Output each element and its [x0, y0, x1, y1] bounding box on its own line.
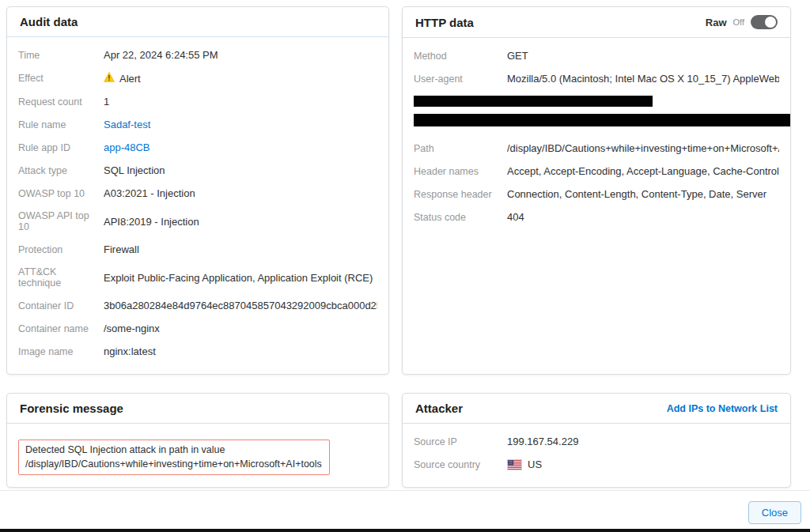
rule-app-id-link[interactable]: app-48CB	[104, 141, 150, 153]
field-label: User-agent	[414, 74, 507, 85]
field-label: ATT&CK technique	[18, 266, 104, 289]
field-row-image-name: Image name nginx:latest	[18, 340, 377, 363]
forensic-message-header: Forensic message	[7, 394, 388, 424]
field-row-container-name: Container name /some-nginx	[18, 317, 377, 340]
attacker-card: Attacker Add IPs to Network List Source …	[402, 393, 791, 488]
add-ips-to-network-list-link[interactable]: Add IPs to Network List	[667, 403, 778, 414]
field-value: GET	[507, 50, 779, 62]
cards-grid: Audit data Time Apr 22, 2024 6:24:55 PM …	[6, 6, 791, 488]
field-label: Rule app ID	[18, 142, 104, 153]
redacted-bar	[414, 96, 653, 107]
forensic-message-card: Forensic message Detected SQL Injection …	[6, 393, 389, 488]
field-label: Attack type	[18, 165, 104, 176]
card-title: Audit data	[20, 15, 78, 28]
field-value: Alert	[104, 72, 377, 85]
field-row-user-agent: User-agent Mozilla/5.0 (Macintosh; Intel…	[414, 67, 779, 90]
audit-data-card: Audit data Time Apr 22, 2024 6:24:55 PM …	[6, 6, 389, 375]
http-data-header: HTTP data Raw Off	[403, 7, 790, 38]
field-value: 3b06a280284e84d9764ec887045857043292009c…	[104, 300, 377, 311]
field-row-source-ip: Source IP 199.167.54.229	[414, 430, 779, 453]
page-bottom-edge	[0, 529, 810, 532]
field-label: Path	[414, 143, 507, 154]
attacker-body: Source IP 199.167.54.229 Source country …	[403, 424, 790, 487]
http-data-card: HTTP data Raw Off Method GET User-agent …	[402, 6, 791, 375]
forensic-message-body: Detected SQL Injection attack in path in…	[7, 424, 388, 486]
field-row-source-country: Source country US	[414, 453, 779, 476]
field-label: Rule name	[18, 119, 104, 130]
field-value: US	[507, 458, 779, 470]
redacted-bar	[414, 114, 790, 126]
field-value: /some-nginx	[104, 323, 377, 334]
field-label: Header names	[414, 166, 507, 177]
field-row-status-code: Status code 404	[414, 206, 779, 228]
field-label: Container ID	[18, 300, 104, 311]
field-value: SQL Injection	[104, 164, 377, 176]
field-row-time: Time Apr 22, 2024 6:24:55 PM	[18, 43, 377, 66]
footer: Close	[748, 501, 801, 524]
forensic-message-box: Detected SQL Injection attack in path in…	[18, 440, 330, 475]
field-label: Effect	[18, 73, 104, 84]
field-label: Request count	[18, 96, 104, 108]
field-row-rule-app-id: Rule app ID app-48CB	[18, 136, 377, 159]
field-row-container-id: Container ID 3b06a280284e84d9764ec887045…	[18, 294, 377, 317]
raw-toggle-state: Off	[733, 17, 744, 27]
field-value: A03:2021 - Injection	[104, 187, 377, 199]
field-value: nginx:latest	[104, 345, 377, 357]
card-title: Forensic message	[20, 402, 123, 415]
audit-data-body: Time Apr 22, 2024 6:24:55 PM Effect Aler…	[7, 37, 388, 374]
field-value: Firewall	[104, 243, 377, 255]
field-label: OWASP top 10	[18, 188, 104, 199]
field-label: Status code	[414, 212, 507, 223]
field-label: Protection	[18, 244, 104, 255]
country-code: US	[528, 458, 542, 470]
field-value: 199.167.54.229	[507, 436, 779, 447]
audit-event-panel: Audit data Time Apr 22, 2024 6:24:55 PM …	[0, 0, 810, 532]
card-title: Attacker	[415, 402, 463, 415]
field-row-rule-name: Rule name Sadaf-test	[18, 113, 377, 136]
field-row-attack-type: Attack type SQL Injection	[18, 159, 377, 182]
field-label: OWASP API top 10	[18, 210, 104, 232]
field-label: Response header	[414, 189, 507, 200]
toggle-knob	[765, 17, 776, 28]
field-value: Mozilla/5.0 (Macintosh; Intel Mac OS X 1…	[507, 73, 779, 85]
field-row-protection: Protection Firewall	[18, 238, 377, 261]
field-value: Apr 22, 2024 6:24:55 PM	[104, 49, 377, 61]
field-value: 1	[104, 96, 377, 108]
field-row-owasp-api-top10: OWASP API top 10 API8:2019 - Injection	[18, 205, 377, 238]
field-row-owasp-top10: OWASP top 10 A03:2021 - Injection	[18, 182, 377, 205]
field-row-path: Path /display/IBD/Cautions+while+investi…	[414, 137, 779, 160]
field-label: Image name	[18, 346, 104, 357]
close-button[interactable]: Close	[748, 501, 801, 524]
card-title: HTTP data	[415, 16, 474, 29]
attacker-header: Attacker Add IPs to Network List	[403, 394, 790, 424]
field-value: Exploit Public-Facing Application, Appli…	[104, 272, 377, 284]
raw-toggle-switch[interactable]	[751, 15, 778, 29]
field-value: /display/IBD/Cautions+while+investing+ti…	[507, 142, 779, 154]
audit-data-header: Audit data	[7, 7, 388, 37]
field-value: Accept, Accept-Encoding, Accept-Language…	[507, 165, 779, 177]
field-label: Container name	[18, 323, 104, 334]
us-flag-icon	[507, 459, 522, 470]
field-row-request-count: Request count 1	[18, 90, 377, 113]
field-label: Time	[18, 50, 104, 61]
raw-toggle-label: Raw	[706, 17, 727, 28]
http-data-body: Method GET User-agent Mozilla/5.0 (Macin…	[403, 38, 790, 240]
field-row-header-names: Header names Accept, Accept-Encoding, Ac…	[414, 160, 779, 183]
field-row-method: Method GET	[414, 44, 779, 67]
field-label: Source IP	[414, 436, 507, 447]
field-value: 404	[507, 211, 779, 223]
field-label: Source country	[414, 459, 507, 470]
field-row-effect: Effect Alert	[18, 66, 377, 90]
field-value: API8:2019 - Injection	[104, 216, 377, 228]
raw-toggle-group: Raw Off	[706, 15, 778, 29]
field-value: Connection, Content-Length, Content-Type…	[507, 188, 779, 200]
rule-name-link[interactable]: Sadaf-test	[104, 119, 150, 130]
footer-divider	[0, 490, 810, 491]
warning-icon	[104, 72, 115, 85]
field-row-response-header: Response header Connection, Content-Leng…	[414, 183, 779, 206]
effect-text: Alert	[119, 73, 141, 85]
field-label: Method	[414, 51, 507, 62]
field-row-attck-technique: ATT&CK technique Exploit Public-Facing A…	[18, 261, 377, 294]
